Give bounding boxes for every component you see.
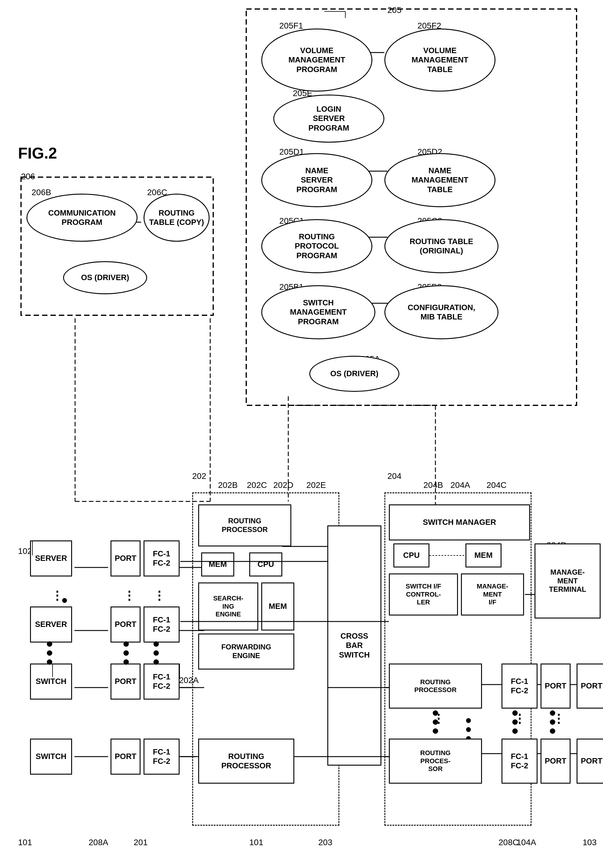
box-switch-manager: SWITCH MANAGER — [389, 504, 530, 541]
diagram: FIG.2 205 205F1 205F2 205E 205D1 205D2 2… — [0, 0, 603, 868]
box-mem3: MEM — [465, 544, 501, 567]
ref-206: 206 — [21, 172, 35, 181]
box-fc1-3: FC-1 FC-2 — [144, 664, 179, 700]
oval-login-server: LOGIN SERVER PROGRAM — [273, 94, 384, 143]
box-fc-r2: FC-1 FC-2 — [501, 738, 538, 784]
oval-routing-table-orig: ROUTING TABLE (ORIGINAL) — [384, 219, 498, 273]
box-routing-proc4: ROUTING PROCES- SOR — [389, 738, 482, 784]
oval-name-mgmt-table: NAME MANAGEMENT TABLE — [384, 153, 495, 207]
figure-label: FIG.2 — [18, 144, 57, 162]
box-fc1-2: FC-1 FC-2 — [144, 607, 179, 643]
oval-os-driver-205: OS (DRIVER) — [309, 356, 399, 392]
oval-config-mib: CONFIGURATION, MIB TABLE — [384, 285, 498, 339]
svg-point-52 — [550, 728, 555, 734]
ref-101b: 101 — [249, 838, 263, 847]
dots-port1: ⋮ — [123, 588, 136, 602]
ref-208A: 208A — [88, 838, 108, 847]
ref-201: 201 — [134, 838, 148, 847]
svg-point-42 — [124, 650, 129, 656]
dots-fc1: ⋮ — [153, 588, 166, 602]
svg-point-48 — [47, 650, 52, 656]
box-search-engine: SEARCH- ING ENGINE — [198, 582, 258, 630]
dots-fc-right: ⋮ — [513, 712, 527, 725]
ref-204A: 204A — [450, 480, 470, 490]
box-routing-proc2: ROUTING PROCESSOR — [198, 738, 294, 784]
box-cross-bar: CROSS BAR SWITCH — [327, 525, 381, 766]
ref-208C: 208C — [498, 838, 519, 847]
box-port-r2: PORT — [541, 738, 571, 784]
box-port1: PORT — [110, 541, 141, 576]
box-server2: SERVER — [30, 607, 72, 643]
svg-point-45 — [153, 650, 159, 656]
box-port-storage-bottom: PORT — [577, 738, 603, 784]
oval-routing-proto: ROUTING PROTOCOL PROGRAM — [261, 219, 373, 273]
box-port4: PORT — [110, 738, 141, 775]
ref-204B: 204B — [424, 480, 443, 490]
oval-vol-mgmt-prog: VOLUME MANAGEMENT PROGRAM — [261, 29, 373, 91]
oval-name-server: NAME SERVER PROGRAM — [261, 153, 373, 207]
box-mgmt-terminal: MANAGE- MENT TERMINAL — [535, 544, 601, 618]
ref-101a: 101 — [18, 838, 32, 847]
box-port3: PORT — [110, 664, 141, 700]
ref-204: 204 — [387, 471, 402, 481]
box-cpu1: CPU — [249, 553, 282, 576]
box-switch-if: SWITCH I/F CONTROL- LER — [389, 573, 458, 616]
box-mem2: MEM — [261, 582, 294, 630]
oval-comm-prog: COMMUNICATION PROGRAM — [26, 194, 138, 242]
box-server1: SERVER — [30, 541, 72, 576]
ref-205: 205 — [387, 5, 402, 15]
box-fc-r1: FC-1 FC-2 — [501, 664, 538, 709]
ref-204C: 204C — [487, 480, 507, 490]
box-cpu2: CPU — [393, 544, 430, 567]
dots-routing-right: ⋮ — [433, 712, 446, 725]
ref-202C: 202C — [247, 480, 267, 490]
ref-202E: 202E — [306, 480, 326, 490]
ref-202B: 202B — [218, 480, 238, 490]
oval-os-driver-206: OS (DRIVER) — [63, 261, 147, 294]
box-port2: PORT — [110, 607, 141, 643]
oval-vol-mgmt-table: VOLUME MANAGEMENT TABLE — [384, 29, 495, 91]
ref-202: 202 — [192, 471, 206, 481]
box-routing-proc1: ROUTING PROCESSOR — [198, 504, 291, 547]
box-port-storage-top: PORT — [577, 664, 603, 709]
ref-205F1: 205F1 — [279, 21, 303, 31]
oval-switch-mgmt: SWITCH MANAGEMENT PROGRAM — [261, 285, 376, 339]
dots-port-right: ⋮ — [552, 712, 566, 725]
box-fc1-4: FC-1 FC-2 — [144, 738, 179, 775]
box-fwd-engine: FORWARDING ENGINE — [198, 633, 294, 670]
box-port-r1: PORT — [541, 664, 571, 709]
ref-104A: 104A — [516, 838, 536, 847]
ref-202D: 202D — [273, 480, 294, 490]
dots-server: ⋮ — [51, 588, 64, 602]
oval-routing-table-copy: ROUTING TABLE (COPY) — [144, 194, 210, 242]
box-fc1-1: FC-1 FC-2 — [144, 541, 179, 576]
box-mem1: MEM — [201, 553, 234, 576]
box-mgmt-if: MANAGE- MENT I/F — [461, 573, 524, 616]
ref-203: 203 — [319, 838, 332, 847]
box-switch1: SWITCH — [30, 664, 72, 700]
ref-206B: 206B — [31, 188, 51, 197]
box-switch2: SWITCH — [30, 738, 72, 775]
ref-103: 103 — [583, 838, 597, 847]
box-routing-proc3: ROUTING PROCESSOR — [389, 664, 482, 709]
